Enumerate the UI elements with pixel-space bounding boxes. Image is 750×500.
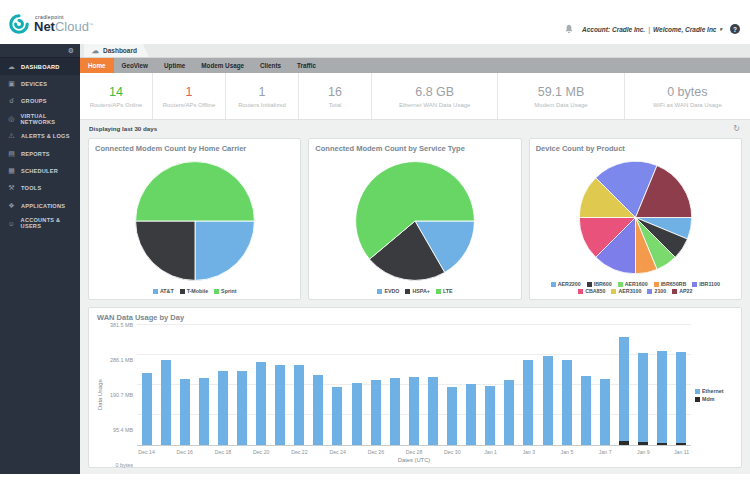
legend-swatch: [180, 289, 185, 294]
sidebar-item-devices[interactable]: ▣DEVICES: [0, 75, 80, 92]
stat-value: 1: [259, 85, 266, 99]
legend-item[interactable]: Mdm: [695, 396, 733, 402]
bar-dec-25[interactable]: [352, 325, 362, 445]
bar-dec-30[interactable]: [447, 325, 457, 445]
legend-item[interactable]: 2100: [647, 288, 666, 294]
legend-label: 2100: [654, 288, 666, 294]
tab-traffic[interactable]: Traffic: [289, 58, 324, 73]
legend-swatch: [587, 282, 592, 287]
bar-dec-21[interactable]: [275, 325, 285, 445]
legend-item[interactable]: IBR1100: [692, 281, 720, 287]
legend-swatch: [405, 289, 410, 294]
bar-segment-ethernet: [543, 356, 553, 445]
x-axis-tick: [577, 446, 596, 457]
legend-item[interactable]: T-Mobile: [180, 288, 208, 294]
bar-dec-22[interactable]: [294, 325, 304, 445]
breadcrumb-dashboard-tab[interactable]: ☁ Dashboard: [84, 44, 149, 57]
bar-dec-14[interactable]: [142, 325, 152, 445]
legend-item[interactable]: AER2200: [551, 281, 581, 287]
bar-jan-9[interactable]: [638, 325, 648, 445]
bar-dec-29[interactable]: [428, 325, 438, 445]
stat-cell: 16Total: [299, 73, 372, 119]
legend-swatch: [214, 289, 219, 294]
account-name: Account: Cradle Inc.: [582, 26, 645, 33]
bar-jan-8[interactable]: [619, 325, 629, 445]
bar-dec-28[interactable]: [409, 325, 419, 445]
sidebar-item-groups[interactable]: ☌GROUPS: [0, 93, 80, 110]
sidebar-item-alerts-logs[interactable]: ⚠ALERTS & LOGS: [0, 128, 80, 145]
bar-segment-ethernet: [390, 378, 400, 445]
bar-segment-mdm: [657, 443, 667, 445]
legend-label: IBR1100: [699, 281, 720, 287]
legend-item[interactable]: CBA850: [578, 288, 605, 294]
x-axis-tick: Dec 28: [405, 446, 424, 457]
pie-legend: AER2200IBR600AER1600IBR650RBIBR1100CBA85…: [537, 281, 733, 294]
plot-column: Dec 14Dec 16Dec 18Dec 20Dec 22Dec 24Dec …: [137, 325, 691, 465]
bar-jan-4[interactable]: [543, 325, 553, 445]
help-button[interactable]: ?: [730, 24, 740, 34]
bar-jan-6[interactable]: [581, 325, 591, 445]
x-axis-tick: [156, 446, 175, 457]
sidebar-item-reports[interactable]: ▤REPORTS: [0, 145, 80, 162]
sidebar-item-label: REPORTS: [21, 151, 50, 157]
legend-item[interactable]: AER1600: [618, 281, 648, 287]
pie-slice-sprint[interactable]: [135, 162, 254, 221]
notification-bell-icon[interactable]: [564, 24, 574, 34]
bar-dec-18[interactable]: [218, 325, 228, 445]
bar-jan-7[interactable]: [600, 325, 610, 445]
bar-jan-5[interactable]: [562, 325, 572, 445]
sidebar-item-dashboard[interactable]: ☁DASHBOARD: [0, 58, 80, 75]
gear-icon[interactable]: ⚙: [68, 47, 74, 55]
legend-label: T-Mobile: [187, 288, 208, 294]
virtual-networks-icon: ◎: [7, 115, 16, 123]
tab-uptime[interactable]: Uptime: [156, 58, 193, 73]
legend-item[interactable]: Ethernet: [695, 388, 733, 394]
bar-dec-31[interactable]: [466, 325, 476, 445]
sidebar-item-scheduler[interactable]: ▦SCHEDULER: [0, 162, 80, 179]
legend-item[interactable]: AT&T: [153, 288, 174, 294]
x-axis-tick: [271, 446, 290, 457]
account-menu[interactable]: Account: Cradle Inc. | Welcome, Cradle I…: [582, 26, 722, 33]
bar-jan-2[interactable]: [504, 325, 514, 445]
top-header: cradlepoint NetCloud™ Account: Cradle In…: [0, 0, 750, 44]
legend-item[interactable]: IBR650RB: [654, 281, 687, 287]
sidebar-item-applications[interactable]: ❖APPLICATIONS: [0, 197, 80, 214]
tab-modem-usage[interactable]: Modem Usage: [193, 58, 252, 73]
bar-dec-23[interactable]: [313, 325, 323, 445]
bar-dec-17[interactable]: [199, 325, 209, 445]
tab-geoview[interactable]: GeoView: [114, 58, 156, 73]
bars-container: [137, 325, 691, 445]
bar-chart-panel: WAN Data Usage by DayData Usage0 bytes95…: [88, 307, 742, 468]
brand-netcloud: NetCloud™: [34, 20, 93, 34]
refresh-icon[interactable]: ↻: [733, 124, 740, 133]
sidebar-item-accounts-users[interactable]: ☺ACCOUNTS & USERS: [0, 215, 80, 232]
legend-item[interactable]: EVDO: [377, 288, 399, 294]
bar-jan-10[interactable]: [657, 325, 667, 445]
bar-dec-19[interactable]: [237, 325, 247, 445]
tab-clients[interactable]: Clients: [252, 58, 289, 73]
legend-item[interactable]: HSPA+: [405, 288, 429, 294]
bar-dec-26[interactable]: [371, 325, 381, 445]
sidebar-item-virtual-networks[interactable]: ◎VIRTUAL NETWORKS: [0, 110, 80, 127]
legend-item[interactable]: AER3100: [611, 288, 641, 294]
bar-jan-1[interactable]: [485, 325, 495, 445]
legend-item[interactable]: LTE: [436, 288, 453, 294]
legend-item[interactable]: IBR600: [587, 281, 612, 287]
tab-home[interactable]: Home: [80, 58, 114, 73]
bar-dec-15[interactable]: [161, 325, 171, 445]
bar-dec-24[interactable]: [332, 325, 342, 445]
x-axis-tick: Jan 9: [634, 446, 653, 457]
pie-slice-t-mobile[interactable]: [135, 221, 194, 280]
pie-slice-at-t[interactable]: [195, 221, 254, 280]
netcloud-logo[interactable]: cradlepoint NetCloud™: [8, 13, 93, 35]
bar-segment-ethernet: [371, 380, 381, 445]
bar-dec-16[interactable]: [180, 325, 190, 445]
legend-item[interactable]: AP22: [672, 288, 692, 294]
bar-dec-27[interactable]: [390, 325, 400, 445]
y-axis: 0 bytes95.4 MB190.7 MB286.1 MB381.5 MB: [105, 325, 137, 465]
bar-dec-20[interactable]: [256, 325, 266, 445]
legend-item[interactable]: Sprint: [214, 288, 236, 294]
bar-jan-11[interactable]: [676, 325, 686, 445]
bar-jan-3[interactable]: [523, 325, 533, 445]
sidebar-item-tools[interactable]: ⚒TOOLS: [0, 180, 80, 197]
